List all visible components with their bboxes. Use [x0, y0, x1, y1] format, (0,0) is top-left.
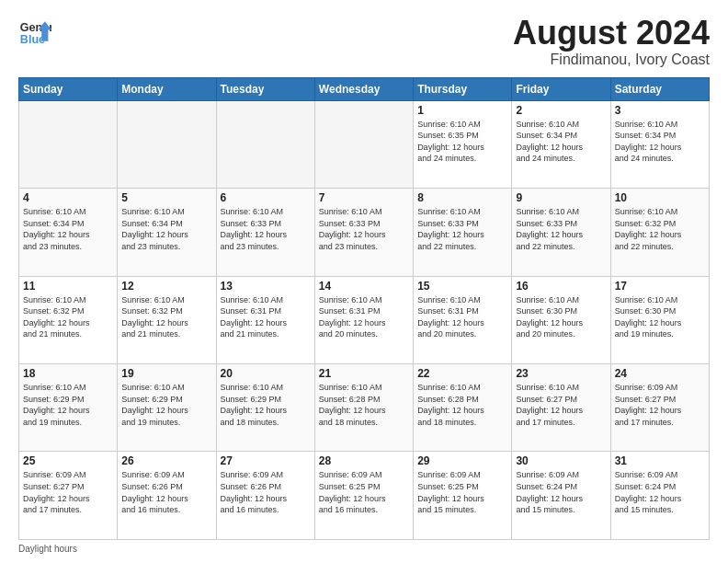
day-info: Sunrise: 6:10 AM Sunset: 6:33 PM Dayligh…	[417, 206, 507, 252]
day-number: 8	[417, 191, 507, 204]
calendar-cell: 25Sunrise: 6:09 AM Sunset: 6:27 PM Dayli…	[19, 452, 118, 540]
day-number: 23	[516, 367, 606, 380]
day-info: Sunrise: 6:10 AM Sunset: 6:29 PM Dayligh…	[121, 382, 211, 428]
day-number: 2	[516, 104, 606, 117]
weekday-header: Monday	[118, 77, 216, 100]
calendar-cell: 20Sunrise: 6:10 AM Sunset: 6:29 PM Dayli…	[216, 364, 314, 452]
day-number: 9	[516, 191, 606, 204]
calendar-cell: 15Sunrise: 6:10 AM Sunset: 6:31 PM Dayli…	[414, 276, 512, 363]
calendar-cell	[19, 100, 118, 188]
page: General Blue August 2024 Findimanou, Ivo…	[0, 0, 728, 563]
weekday-header-row: SundayMondayTuesdayWednesdayThursdayFrid…	[19, 77, 710, 100]
calendar-cell: 3Sunrise: 6:10 AM Sunset: 6:34 PM Daylig…	[610, 100, 709, 188]
day-number: 19	[121, 367, 211, 380]
day-number: 21	[319, 367, 409, 380]
day-info: Sunrise: 6:10 AM Sunset: 6:34 PM Dayligh…	[121, 206, 211, 252]
day-info: Sunrise: 6:10 AM Sunset: 6:31 PM Dayligh…	[221, 294, 311, 340]
day-info: Sunrise: 6:10 AM Sunset: 6:31 PM Dayligh…	[319, 294, 409, 340]
calendar-week-row: 11Sunrise: 6:10 AM Sunset: 6:32 PM Dayli…	[19, 276, 710, 363]
weekday-header: Friday	[512, 77, 610, 100]
day-info: Sunrise: 6:10 AM Sunset: 6:34 PM Dayligh…	[516, 119, 606, 165]
header: General Blue August 2024 Findimanou, Ivo…	[18, 15, 710, 68]
day-info: Sunrise: 6:10 AM Sunset: 6:35 PM Dayligh…	[417, 119, 507, 165]
calendar-cell: 17Sunrise: 6:10 AM Sunset: 6:30 PM Dayli…	[610, 276, 709, 363]
day-info: Sunrise: 6:09 AM Sunset: 6:27 PM Dayligh…	[615, 382, 705, 428]
calendar-cell: 30Sunrise: 6:09 AM Sunset: 6:24 PM Dayli…	[512, 452, 610, 540]
day-number: 18	[23, 367, 113, 380]
calendar-cell	[118, 100, 216, 188]
day-number: 24	[615, 367, 705, 380]
day-number: 10	[615, 191, 705, 204]
calendar-cell	[216, 100, 314, 188]
day-info: Sunrise: 6:10 AM Sunset: 6:33 PM Dayligh…	[516, 206, 606, 252]
calendar-subtitle: Findimanou, Ivory Coast	[513, 52, 710, 68]
day-info: Sunrise: 6:10 AM Sunset: 6:28 PM Dayligh…	[417, 382, 507, 428]
day-info: Sunrise: 6:09 AM Sunset: 6:26 PM Dayligh…	[121, 469, 211, 515]
calendar-cell: 26Sunrise: 6:09 AM Sunset: 6:26 PM Dayli…	[118, 452, 216, 540]
weekday-header: Sunday	[19, 77, 118, 100]
day-number: 28	[319, 454, 409, 467]
day-number: 1	[417, 104, 507, 117]
day-info: Sunrise: 6:09 AM Sunset: 6:24 PM Dayligh…	[615, 469, 705, 515]
weekday-header: Tuesday	[216, 77, 314, 100]
weekday-header: Wednesday	[314, 77, 413, 100]
calendar-cell	[314, 100, 413, 188]
day-number: 29	[417, 454, 507, 467]
weekday-header: Saturday	[610, 77, 709, 100]
calendar-cell: 19Sunrise: 6:10 AM Sunset: 6:29 PM Dayli…	[118, 364, 216, 452]
day-info: Sunrise: 6:09 AM Sunset: 6:26 PM Dayligh…	[221, 469, 311, 515]
calendar-cell: 7Sunrise: 6:10 AM Sunset: 6:33 PM Daylig…	[314, 189, 413, 276]
calendar-cell: 24Sunrise: 6:09 AM Sunset: 6:27 PM Dayli…	[610, 364, 709, 452]
day-number: 13	[221, 280, 311, 293]
calendar-cell: 29Sunrise: 6:09 AM Sunset: 6:25 PM Dayli…	[414, 452, 512, 540]
day-number: 31	[615, 454, 705, 467]
calendar-cell: 2Sunrise: 6:10 AM Sunset: 6:34 PM Daylig…	[512, 100, 610, 188]
day-info: Sunrise: 6:10 AM Sunset: 6:34 PM Dayligh…	[23, 206, 113, 252]
calendar-cell: 6Sunrise: 6:10 AM Sunset: 6:33 PM Daylig…	[216, 189, 314, 276]
day-number: 22	[417, 367, 507, 380]
day-number: 27	[221, 454, 311, 467]
day-number: 3	[615, 104, 705, 117]
calendar-cell: 1Sunrise: 6:10 AM Sunset: 6:35 PM Daylig…	[414, 100, 512, 188]
calendar-cell: 8Sunrise: 6:10 AM Sunset: 6:33 PM Daylig…	[414, 189, 512, 276]
day-info: Sunrise: 6:09 AM Sunset: 6:24 PM Dayligh…	[516, 469, 606, 515]
day-info: Sunrise: 6:09 AM Sunset: 6:27 PM Dayligh…	[23, 469, 113, 515]
day-info: Sunrise: 6:10 AM Sunset: 6:30 PM Dayligh…	[615, 294, 705, 340]
day-info: Sunrise: 6:10 AM Sunset: 6:32 PM Dayligh…	[23, 294, 113, 340]
day-info: Sunrise: 6:10 AM Sunset: 6:32 PM Dayligh…	[121, 294, 211, 340]
day-info: Sunrise: 6:10 AM Sunset: 6:34 PM Dayligh…	[615, 119, 705, 165]
day-info: Sunrise: 6:09 AM Sunset: 6:25 PM Dayligh…	[319, 469, 409, 515]
day-info: Sunrise: 6:10 AM Sunset: 6:29 PM Dayligh…	[23, 382, 113, 428]
day-info: Sunrise: 6:10 AM Sunset: 6:31 PM Dayligh…	[417, 294, 507, 340]
calendar-cell: 4Sunrise: 6:10 AM Sunset: 6:34 PM Daylig…	[19, 189, 118, 276]
day-number: 26	[121, 454, 211, 467]
calendar-cell: 10Sunrise: 6:10 AM Sunset: 6:32 PM Dayli…	[610, 189, 709, 276]
day-number: 4	[23, 191, 113, 204]
calendar-cell: 9Sunrise: 6:10 AM Sunset: 6:33 PM Daylig…	[512, 189, 610, 276]
footer-note: Daylight hours	[18, 544, 710, 554]
logo-icon: General Blue	[18, 15, 51, 48]
calendar-cell: 12Sunrise: 6:10 AM Sunset: 6:32 PM Dayli…	[118, 276, 216, 363]
day-number: 6	[221, 191, 311, 204]
calendar-cell: 31Sunrise: 6:09 AM Sunset: 6:24 PM Dayli…	[610, 452, 709, 540]
day-number: 17	[615, 280, 705, 293]
day-number: 30	[516, 454, 606, 467]
day-info: Sunrise: 6:10 AM Sunset: 6:29 PM Dayligh…	[221, 382, 311, 428]
svg-text:Blue: Blue	[20, 33, 45, 46]
weekday-header: Thursday	[414, 77, 512, 100]
day-number: 12	[121, 280, 211, 293]
day-number: 5	[121, 191, 211, 204]
day-info: Sunrise: 6:09 AM Sunset: 6:25 PM Dayligh…	[417, 469, 507, 515]
calendar-cell: 14Sunrise: 6:10 AM Sunset: 6:31 PM Dayli…	[314, 276, 413, 363]
day-number: 25	[23, 454, 113, 467]
calendar-week-row: 25Sunrise: 6:09 AM Sunset: 6:27 PM Dayli…	[19, 452, 710, 540]
day-info: Sunrise: 6:10 AM Sunset: 6:28 PM Dayligh…	[319, 382, 409, 428]
title-block: August 2024 Findimanou, Ivory Coast	[513, 15, 710, 68]
calendar-cell: 11Sunrise: 6:10 AM Sunset: 6:32 PM Dayli…	[19, 276, 118, 363]
calendar-cell: 16Sunrise: 6:10 AM Sunset: 6:30 PM Dayli…	[512, 276, 610, 363]
day-number: 11	[23, 280, 113, 293]
day-number: 15	[417, 280, 507, 293]
calendar-cell: 18Sunrise: 6:10 AM Sunset: 6:29 PM Dayli…	[19, 364, 118, 452]
day-info: Sunrise: 6:10 AM Sunset: 6:33 PM Dayligh…	[319, 206, 409, 252]
calendar-table: SundayMondayTuesdayWednesdayThursdayFrid…	[18, 77, 710, 540]
